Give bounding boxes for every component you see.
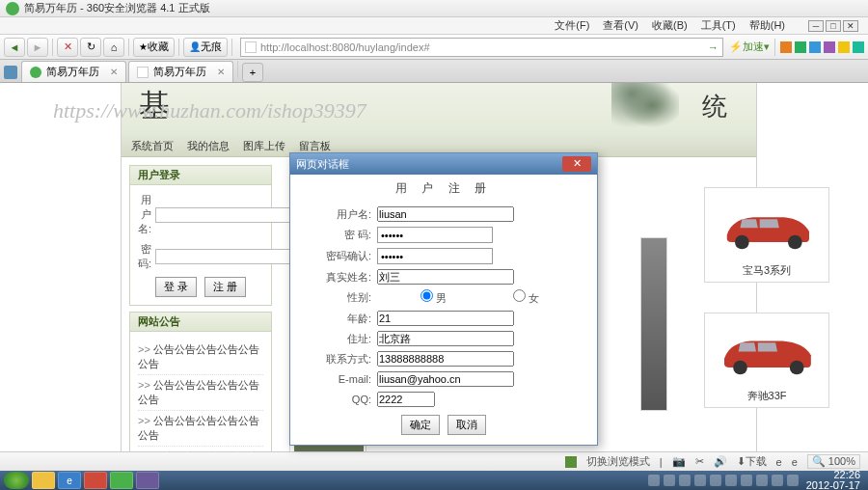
ext-icon-4[interactable] (824, 41, 835, 53)
menu-fav[interactable]: 收藏(B) (652, 18, 688, 33)
menu-file[interactable]: 文件(F) (555, 18, 589, 33)
radio-male-wrap[interactable]: 男 (377, 289, 452, 306)
radio-female[interactable] (513, 289, 526, 302)
menu-tool[interactable]: 工具(T) (701, 18, 736, 33)
field-user-label: 用户名: (302, 207, 377, 222)
field-realname-input[interactable] (377, 269, 514, 285)
menu-help[interactable]: 帮助(H) (749, 18, 785, 33)
banner-title-left: 基 (139, 85, 170, 127)
field-email-input[interactable] (377, 371, 514, 387)
status-ico-3[interactable]: 🔊 (714, 455, 727, 468)
task-app3[interactable] (136, 472, 159, 489)
status-ico-4[interactable]: e (776, 456, 782, 468)
tray-icon[interactable] (694, 475, 706, 486)
nav-upload[interactable]: 图库上传 (243, 139, 285, 153)
task-app2[interactable] (110, 472, 133, 489)
status-mode-icon[interactable] (565, 456, 577, 468)
close-button[interactable]: ✕ (843, 20, 858, 32)
status-ico-5[interactable]: e (792, 456, 798, 468)
field-phone-input[interactable] (377, 351, 514, 367)
login-pass-input[interactable] (155, 249, 294, 264)
ext-icon-3[interactable] (809, 41, 821, 53)
register-nav-button[interactable]: 注 册 (204, 277, 246, 297)
tray-icon[interactable] (725, 475, 737, 486)
car-card-4-partial[interactable] (640, 237, 667, 411)
svg-point-1 (788, 234, 802, 249)
private-button[interactable]: 👤 无痕 (183, 38, 228, 57)
task-app1[interactable] (84, 472, 107, 489)
menu-view[interactable]: 查看(V) (603, 18, 638, 33)
tab-1-icon (30, 67, 41, 78)
back-button[interactable]: ◄ (4, 38, 25, 57)
ext-icon-2[interactable] (795, 41, 806, 53)
tab-1-close-icon[interactable]: ✕ (110, 67, 118, 77)
field-qq-label: QQ: (302, 394, 377, 405)
fav-button[interactable]: ★ 收藏 (133, 38, 175, 57)
nav-home[interactable]: 系统首页 (131, 139, 174, 153)
tray-icon[interactable] (787, 475, 799, 486)
notice-item[interactable]: 公告公告公告公告公告公告 (138, 375, 263, 411)
radio-male[interactable] (420, 289, 433, 302)
tray-icon[interactable] (756, 475, 768, 486)
start-button[interactable] (4, 472, 29, 489)
login-user-input[interactable] (155, 207, 294, 223)
dialog-close-button[interactable]: ✕ (562, 156, 591, 172)
task-explorer[interactable] (32, 472, 55, 489)
dialog-cancel-button[interactable]: 取消 (448, 415, 486, 435)
sidebar-toggle-icon[interactable] (4, 66, 17, 79)
notice-item[interactable]: 公告公告公告公告公告公告 (138, 411, 263, 447)
ext-icon-1[interactable] (780, 41, 792, 53)
field-email-label: E-mail: (302, 373, 377, 385)
status-ico-1[interactable]: 📷 (672, 455, 686, 468)
forward-button[interactable]: ► (27, 38, 48, 57)
status-ico-2[interactable]: ✂ (695, 455, 704, 468)
tab-2[interactable]: 简易万年历 ✕ (128, 61, 233, 82)
app-icon (6, 2, 19, 15)
banner: 基 统 (122, 83, 756, 136)
tray-icon[interactable] (772, 475, 783, 486)
radio-female-wrap[interactable]: 女 (470, 289, 545, 306)
zoom-level[interactable]: 🔍 100% (807, 454, 860, 469)
login-box-title: 用户登录 (130, 166, 271, 185)
notice-item[interactable]: 公告公告公告公告公告公告 (138, 340, 263, 375)
ext-icon-5[interactable] (838, 41, 850, 53)
login-button[interactable]: 登 录 (155, 277, 197, 297)
ext-icon-6[interactable] (853, 41, 864, 53)
field-addr-input[interactable] (377, 331, 514, 346)
tab-1[interactable]: 简易万年历 ✕ (21, 61, 126, 82)
car-image-2 (709, 317, 825, 385)
home-button[interactable]: ⌂ (103, 38, 124, 57)
tray-icon[interactable] (710, 475, 721, 486)
stop-button[interactable]: ✕ (57, 38, 78, 57)
task-ie[interactable]: e (58, 472, 81, 489)
new-tab-button[interactable]: + (242, 63, 263, 82)
speed-icon[interactable]: ⚡加速▾ (729, 40, 770, 54)
car-label-1: 宝马3系列 (709, 259, 825, 278)
tray-icon[interactable] (664, 475, 675, 486)
nav-guestbook[interactable]: 留言板 (299, 139, 331, 153)
field-qq-input[interactable] (377, 392, 435, 407)
field-phone-label: 联系方式: (302, 352, 377, 367)
dialog-window-title: 网页对话框 (296, 157, 562, 172)
system-clock[interactable]: 22:26 2012-07-17 (802, 470, 864, 490)
minimize-button[interactable]: ─ (808, 20, 824, 32)
maximize-button[interactable]: □ (826, 20, 841, 32)
address-input[interactable] (260, 41, 704, 53)
tray-icon[interactable] (741, 475, 752, 486)
tray-icon[interactable] (679, 475, 691, 486)
tray-icon[interactable] (648, 475, 660, 486)
field-user-input[interactable] (377, 206, 514, 222)
field-age-input[interactable] (377, 311, 514, 326)
car-card-2[interactable]: 奔驰33F (704, 313, 829, 408)
car-card-1[interactable]: 宝马3系列 (704, 187, 829, 283)
status-download[interactable]: ⬇下载 (737, 454, 767, 469)
status-mode[interactable]: 切换浏览模式 (586, 454, 650, 469)
dialog-ok-button[interactable]: 确定 (401, 415, 440, 435)
tab-2-close-icon[interactable]: ✕ (217, 67, 225, 77)
nav-myinfo[interactable]: 我的信息 (187, 139, 230, 153)
field-pass2-input[interactable] (377, 248, 493, 264)
field-pass-input[interactable] (377, 227, 493, 243)
svg-point-2 (733, 360, 747, 374)
go-button[interactable]: → (708, 41, 719, 53)
reload-button[interactable]: ↻ (80, 38, 101, 57)
